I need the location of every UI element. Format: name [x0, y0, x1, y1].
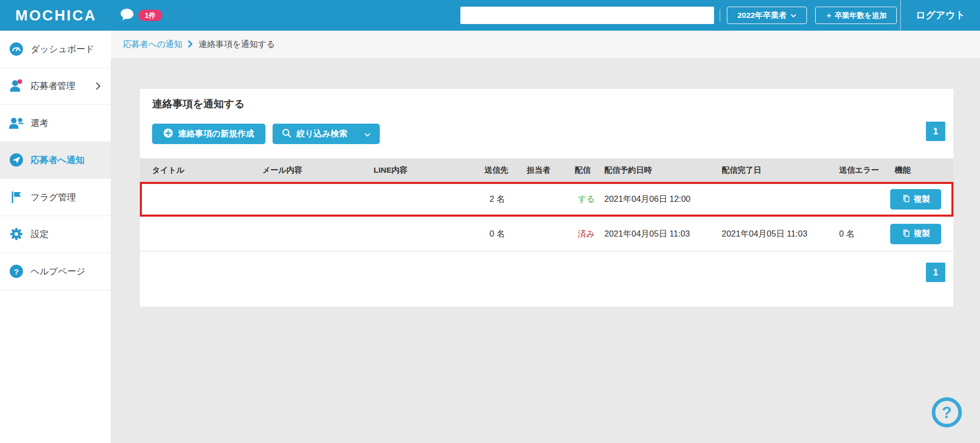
sidebar-item-label: 選考: [31, 117, 48, 129]
sidebar-item-label: 応募者へ通知: [31, 154, 84, 166]
main-area: 連絡事項を通知する 連絡事項の新規作成: [111, 58, 980, 443]
help-circle-icon: ?: [9, 264, 24, 278]
sidebar-item-dashboard[interactable]: ダッシュボード: [0, 31, 111, 68]
sidebar-item-label: ダッシュボード: [31, 43, 94, 55]
sidebar: ダッシュボード 応募者管理: [0, 31, 111, 443]
cell-delivery-status: する: [575, 194, 604, 205]
col-header-recipients: 送信先: [484, 165, 527, 176]
chat-count-badge[interactable]: 1件: [138, 10, 163, 21]
grad-year-dropdown[interactable]: 2022年卒業者: [727, 7, 807, 24]
chat-bubble-icon: [119, 8, 135, 24]
notifications-card: 連絡事項を通知する 連絡事項の新規作成: [140, 89, 953, 307]
pagination-page-1-bottom[interactable]: 1: [926, 263, 945, 282]
page-title: 連絡事項を通知する: [140, 89, 953, 111]
sidebar-item-settings[interactable]: 設定: [0, 216, 111, 253]
add-grad-year-button[interactable]: ＋ 卒業年数を追加: [815, 7, 897, 24]
chat-notifications[interactable]: 1件: [119, 8, 163, 24]
app-header: MOCHICA 1件 2022年卒業者 ＋ 卒業年数を追加 ログアウト: [0, 0, 980, 31]
sidebar-item-label: 応募者管理: [31, 80, 76, 92]
col-header-scheduled: 配信予約日時: [604, 165, 722, 176]
col-header-title: タイトル: [140, 165, 262, 176]
breadcrumb: 応募者への通知 連絡事項を通知する: [111, 31, 980, 58]
cell-scheduled-datetime: 2021年04月06日 12:00: [604, 194, 722, 205]
filter-search-button[interactable]: 絞り込み検索: [273, 124, 380, 144]
floating-help-button[interactable]: ?: [930, 395, 964, 431]
col-header-mail: メール内容: [262, 165, 374, 176]
plus-circle-icon: [163, 128, 173, 140]
logout-button[interactable]: ログアウト: [901, 9, 980, 22]
copy-icon: [901, 194, 910, 205]
duplicate-button[interactable]: 複製: [890, 189, 941, 209]
cell-recipients: 0 名: [484, 228, 527, 240]
notifications-table: タイトル メール内容 LINE内容 送信先 担当者 配信 配信予約日時 配信完了…: [140, 158, 953, 251]
cell-actions: 複製: [895, 189, 953, 209]
col-header-errors: 送信エラー: [839, 165, 895, 176]
header-divider: [720, 9, 720, 21]
cell-completed-date: 2021年04月05日 11:03: [722, 228, 839, 240]
col-header-line: LINE内容: [374, 165, 484, 176]
dashboard-gauge-icon: [9, 42, 24, 56]
global-search-input[interactable]: [460, 7, 714, 24]
copy-icon: [901, 228, 910, 240]
svg-text:?: ?: [942, 403, 952, 422]
duplicate-button[interactable]: 複製: [890, 224, 941, 244]
col-header-actions: 機能: [895, 165, 953, 176]
table-row-highlighted[interactable]: 2 名 する 2021年04月06日 12:00: [140, 182, 953, 217]
cell-actions: 複製: [895, 224, 953, 244]
breadcrumb-current: 連絡事項を通知する: [199, 39, 275, 50]
sidebar-item-help[interactable]: ? ヘルプページ: [0, 253, 111, 290]
table-header-row: タイトル メール内容 LINE内容 送信先 担当者 配信 配信予約日時 配信完了…: [140, 158, 953, 182]
pagination-page-1-top[interactable]: 1: [926, 122, 945, 141]
actions-row: 連絡事項の新規作成 絞り込み検索: [152, 124, 953, 144]
gear-icon: [9, 227, 24, 241]
app-logo[interactable]: MOCHICA: [15, 7, 97, 24]
grad-year-value: 2022年卒業者: [738, 10, 787, 21]
body-row: ダッシュボード 応募者管理: [0, 31, 980, 443]
breadcrumb-parent-link[interactable]: 応募者への通知: [123, 39, 182, 50]
cell-recipients: 2 名: [484, 194, 527, 205]
question-mark-icon: ?: [930, 395, 964, 429]
paper-plane-icon: [9, 153, 24, 167]
sidebar-item-label: ヘルプページ: [31, 265, 85, 277]
table-row[interactable]: 0 名 済み 2021年04月05日 11:03 2021年04月05日 11:…: [140, 217, 953, 251]
cell-scheduled-datetime: 2021年04月05日 11:03: [604, 228, 722, 240]
filter-search-label: 絞り込み検索: [297, 128, 348, 139]
selection-people-icon: [9, 116, 24, 130]
search-icon: [282, 128, 291, 140]
cell-delivery-status: 済み: [575, 228, 604, 240]
sidebar-item-notify-applicants[interactable]: 応募者へ通知: [0, 142, 111, 179]
create-notification-button[interactable]: 連絡事項の新規作成: [152, 124, 265, 144]
chevron-down-icon: [791, 11, 796, 20]
sidebar-item-label: フラグ管理: [31, 191, 76, 203]
col-header-completed: 配信完了日: [722, 165, 839, 176]
chevron-right-icon: [96, 82, 101, 90]
breadcrumb-chevron-icon: [188, 40, 193, 50]
col-header-manager: 担当者: [527, 165, 575, 176]
flag-icon: [9, 190, 24, 204]
app-root: MOCHICA 1件 2022年卒業者 ＋ 卒業年数を追加 ログアウト: [0, 0, 980, 443]
create-notification-label: 連絡事項の新規作成: [178, 128, 254, 139]
content-column: 応募者への通知 連絡事項を通知する 連絡事項を通知する: [111, 31, 980, 443]
duplicate-label: 複製: [914, 228, 930, 239]
chevron-down-icon: [364, 129, 371, 139]
sidebar-item-selection[interactable]: 選考: [0, 105, 111, 142]
add-grad-year-label: ＋ 卒業年数を追加: [825, 11, 887, 20]
duplicate-label: 複製: [914, 194, 930, 205]
cell-send-errors: 0 名: [839, 228, 895, 240]
sidebar-item-label: 設定: [31, 228, 48, 240]
col-header-delivery: 配信: [575, 165, 604, 176]
sidebar-item-flag-management[interactable]: フラグ管理: [0, 179, 111, 216]
applicant-person-icon: [9, 79, 24, 93]
svg-text:?: ?: [14, 267, 18, 275]
sidebar-item-applicant-management[interactable]: 応募者管理: [0, 68, 111, 105]
